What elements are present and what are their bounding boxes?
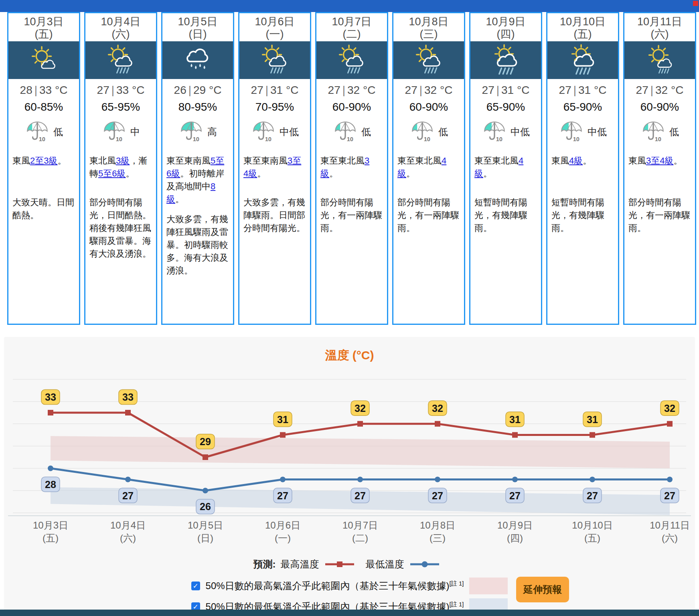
rain-probability-label: 中低 [280, 126, 299, 138]
humidity-range: 65-90% [547, 101, 618, 113]
footnote-ref: [註 1] [450, 580, 464, 587]
date-label: 10月10日 [547, 16, 618, 28]
card-date: 10月4日 (六) [85, 13, 156, 41]
card-date: 10月3日 (五) [8, 13, 79, 41]
forecast-card: 10月6日 (一) 27|31 °C 70-95% 10 中低 東至東南風3至4… [238, 12, 311, 325]
forecast-card: 10月8日 (三) 27|32 °C 60-90% 10 低 東至東北風4級。 … [392, 12, 465, 325]
temperature-range: 27|31 °C [470, 84, 541, 97]
wind-forecast: 東至東南風3至4級。 [243, 154, 306, 189]
sun-cloud-rain-icon [85, 41, 156, 79]
range-color-swatch [469, 578, 508, 594]
rain-probability: 10 中低 [470, 120, 541, 144]
card-date: 10月10日 (五) [547, 13, 618, 41]
wind-force-link[interactable]: 3至4級 [646, 156, 673, 166]
weekday-label: (一) [239, 28, 310, 41]
extended-forecast-button[interactable]: 延伸預報 [516, 577, 569, 602]
wind-force-link[interactable]: 8級 [166, 181, 215, 204]
temperature-range: 27|31 °C [239, 84, 310, 97]
temperature-chart-panel: 溫度 (°C) 10月3日(五)10月4日(六)10月5日(日)10月6日(一)… [4, 337, 695, 616]
checked-checkbox[interactable]: ✓ [191, 582, 200, 590]
wind-forecast: 東至東南風5至6級。初時離岸及高地間中8級。 [166, 154, 229, 206]
card-date: 10月8日 (三) [393, 13, 464, 41]
wind-force-link[interactable]: 4級 [474, 156, 523, 178]
svg-text:10: 10 [496, 136, 502, 142]
wind-forecast: 東風2至3級。 [12, 154, 75, 189]
humidity-range: 60-85% [8, 101, 79, 113]
sun-cloud-rain-icon [393, 41, 464, 79]
svg-text:10: 10 [573, 136, 579, 142]
legend-prefix: 預測: [253, 558, 276, 571]
wind-forecast: 東風4級。 [551, 154, 614, 189]
rain-probability: 10 低 [393, 120, 464, 144]
svg-text:33: 33 [45, 391, 56, 403]
weather-description: 部分時間有陽光，有一兩陣驟雨。 [397, 196, 460, 235]
wind-force-link[interactable]: 2至3級 [30, 156, 57, 166]
svg-text:10月10日(五): 10月10日(五) [572, 520, 612, 543]
rain-probability: 10 高 [162, 120, 233, 144]
weather-description: 大致天晴。日間酷熱。 [12, 196, 75, 222]
svg-text:10: 10 [347, 136, 353, 142]
umbrella-psr-icon: 10 [251, 120, 276, 144]
card-date: 10月9日 (四) [470, 13, 541, 41]
wind-force-link[interactable]: 5至6級 [166, 156, 224, 178]
umbrella-psr-icon: 10 [482, 120, 507, 144]
svg-text:10: 10 [39, 136, 45, 142]
svg-text:10: 10 [424, 136, 430, 142]
wind-force-link[interactable]: 4級 [397, 156, 446, 178]
svg-text:27: 27 [432, 490, 443, 501]
forecast-card: 10月4日 (六) 27|33 °C 65-95% 10 中 東北風3級，漸轉5… [84, 12, 157, 325]
forecast-card: 10月7日 (二) 27|32 °C 60-90% 10 低 東至東北風3級。 … [315, 12, 388, 325]
rain-probability: 10 中低 [239, 120, 310, 144]
umbrella-psr-icon: 10 [178, 120, 204, 144]
card-date: 10月11日 (六) [624, 13, 695, 41]
wind-force-link[interactable]: 4級 [569, 156, 583, 166]
rain-probability-label: 中 [130, 126, 140, 138]
weekday-label: (六) [624, 28, 695, 41]
svg-text:10月8日(三): 10月8日(三) [420, 520, 455, 543]
card-date: 10月5日 (日) [162, 13, 233, 41]
temperature-chart: 10月3日(五)10月4日(六)10月5日(日)10月6日(一)10月7日(二)… [4, 369, 695, 549]
forecast-card: 10月5日 (日) 26|29 °C 80-95% 10 高 東至東南風5至6級… [161, 12, 234, 325]
umbrella-psr-icon: 10 [409, 120, 435, 144]
footnote-ref: [註 1] [450, 601, 464, 608]
card-date: 10月7日 (二) [316, 13, 387, 41]
temperature-range: 26|29 °C [162, 84, 233, 97]
wind-forecast: 東北風3級，漸轉5至6級。 [89, 154, 152, 189]
nine-day-forecast-page: 10月3日 (五) 28|33 °C 60-85% 10 低 東風2至3級。 大… [0, 0, 699, 616]
wind-force-link[interactable]: 5至6級 [98, 168, 126, 178]
svg-text:10月6日(一): 10月6日(一) [265, 520, 300, 543]
sun-smallcloud-rain-icon [624, 41, 695, 79]
rain-probability-label: 中低 [588, 126, 607, 138]
svg-text:32: 32 [432, 403, 443, 414]
forecast-card: 10月11日 (六) 27|32 °C 60-90% 10 低 東風3至4級。 … [623, 12, 696, 325]
humidity-range: 65-90% [470, 101, 541, 113]
card-date: 10月6日 (一) [239, 13, 310, 41]
wind-forecast: 東至東北風4級。 [474, 154, 537, 189]
umbrella-psr-icon: 10 [24, 120, 50, 144]
rain-probability-label: 低 [361, 126, 371, 138]
svg-text:27: 27 [509, 490, 521, 501]
humidity-range: 65-95% [85, 101, 156, 113]
rain-probability-label: 高 [207, 126, 217, 138]
forecast-card: 10月9日 (四) 27|31 °C 65-90% 10 中低 東至東北風4級。… [469, 12, 542, 325]
chart-title: 溫度 (°C) [4, 337, 695, 369]
legend-square-marker [324, 560, 355, 568]
legend-series-label: 最低溫度 [366, 558, 404, 571]
temperature-range: 27|33 °C [85, 84, 156, 97]
humidity-range: 60-90% [393, 101, 464, 113]
wind-forecast: 東風3至4級。 [628, 154, 691, 189]
weather-description: 部分時間有陽光，日間酷熱。稍後有幾陣狂風驟雨及雷暴。海有大浪及湧浪。 [89, 196, 152, 260]
weather-description: 部分時間有陽光，有一兩陣驟雨。 [628, 196, 691, 235]
humidity-range: 70-95% [239, 101, 310, 113]
temperature-range: 27|32 °C [393, 84, 464, 97]
weather-description: 大致多雲，有幾陣狂風驟雨及雷暴。初時驟雨較多。海有大浪及湧浪。 [166, 213, 229, 277]
date-label: 10月8日 [393, 16, 464, 28]
weather-description: 部分時間有陽光，有一兩陣驟雨。 [320, 196, 383, 235]
date-label: 10月5日 [162, 16, 233, 28]
wind-force-link[interactable]: 3級 [320, 156, 369, 178]
rain-probability-label: 低 [53, 126, 63, 138]
wind-force-link[interactable]: 3級 [116, 156, 130, 166]
svg-text:10月9日(四): 10月9日(四) [497, 520, 533, 543]
wind-force-link[interactable]: 3至4級 [243, 156, 301, 178]
rain-probability: 10 中 [85, 120, 156, 144]
